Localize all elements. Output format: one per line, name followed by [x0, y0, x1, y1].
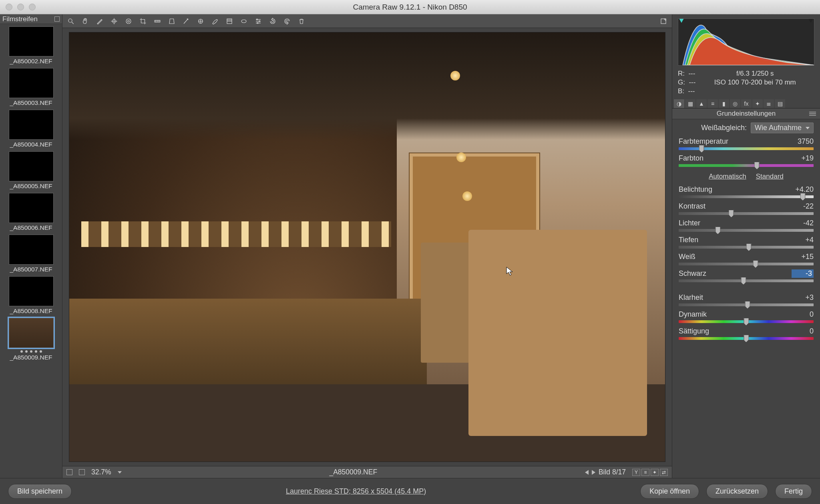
transform-tool-icon[interactable] — [167, 17, 176, 26]
titlebar: Camera Raw 9.12.1 - Nikon D850 — [0, 0, 820, 14]
target-adjust-icon[interactable] — [124, 17, 133, 26]
pager-text: Bild 8/17 — [599, 468, 626, 476]
panel-menu-icon[interactable] — [809, 112, 816, 116]
pager: Bild 8/17 — [585, 468, 626, 476]
prev-image-icon[interactable] — [585, 470, 589, 475]
crop-tool-icon[interactable] — [139, 17, 147, 26]
graduated-filter-icon[interactable] — [225, 17, 234, 26]
status-tool-3[interactable]: ✦ — [651, 469, 659, 476]
zoom-menu-icon[interactable] — [118, 471, 122, 474]
slider-blacks[interactable]: Schwarz-3 — [679, 269, 814, 282]
tab-fx-icon[interactable]: fx — [741, 99, 752, 108]
svg-rect-24 — [661, 19, 666, 24]
rotate-cw-icon[interactable] — [283, 17, 291, 26]
image-preview[interactable] — [69, 32, 665, 462]
done-button[interactable]: Fertig — [775, 484, 812, 499]
center-area: 32.7% _A850009.NEF Bild 8/17 Y ≡ ✦ ⇄ — [62, 14, 672, 478]
rgb-readout: R: --- G: --- B: --- — [678, 70, 695, 95]
save-image-button[interactable]: Bild speichern — [8, 484, 72, 499]
panel-tabs: ◑ ▦ ▲ ≡ ▮ ◎ fx ✦ ≣ ▤ — [672, 98, 820, 108]
right-panel: R: --- G: --- B: --- f/6.3 1/250 s ISO 1… — [672, 14, 820, 478]
tab-snapshots-icon[interactable]: ▤ — [775, 99, 785, 108]
view-toggle-1[interactable] — [66, 469, 72, 475]
thumb-label: _A850007.NEF — [10, 266, 52, 273]
hand-tool-icon[interactable] — [81, 17, 90, 26]
filmstrip-header: Filmstreifen — [0, 14, 62, 24]
tab-basic-icon[interactable]: ◑ — [674, 99, 684, 108]
thumbnail[interactable]: _A850007.NEF — [2, 235, 60, 273]
svg-line-1 — [72, 22, 74, 24]
tab-curve-icon[interactable]: ▦ — [685, 99, 695, 108]
fullscreen-icon[interactable] — [659, 17, 668, 26]
rotate-ccw-icon[interactable] — [268, 17, 277, 26]
window-title: Camera Raw 9.12.1 - Nikon D850 — [0, 3, 820, 12]
thumb-label: _A850005.NEF — [10, 183, 52, 190]
wb-label: Weißabgleich: — [701, 124, 747, 132]
thumbnail[interactable]: _A850002.NEF — [2, 26, 60, 65]
straighten-tool-icon[interactable] — [153, 17, 162, 26]
slider-exposure[interactable]: Belichtung+4.20 — [679, 185, 814, 198]
slider-temperature[interactable]: Farbtemperatur3750 — [679, 137, 814, 150]
slider-contrast[interactable]: Kontrast-22 — [679, 202, 814, 215]
thumb-label: _A850006.NEF — [10, 224, 52, 231]
slider-highlights[interactable]: Lichter-42 — [679, 219, 814, 232]
thumbnail[interactable]: _A850005.NEF — [2, 151, 60, 190]
preferences-icon[interactable] — [254, 17, 263, 26]
view-toggle-2[interactable] — [79, 469, 85, 475]
zoom-level[interactable]: 32.7% — [91, 468, 111, 476]
thumbnail[interactable]: _A850008.NEF — [2, 276, 60, 315]
app-root: Camera Raw 9.12.1 - Nikon D850 Filmstrei… — [0, 0, 820, 504]
slider-whites[interactable]: Weiß+15 — [679, 253, 814, 265]
adjustment-brush-icon[interactable] — [211, 17, 219, 26]
tab-presets-icon[interactable]: ≣ — [764, 99, 774, 108]
wb-tool-icon[interactable] — [95, 17, 104, 26]
tab-hsl-icon[interactable]: ≡ — [707, 99, 718, 108]
reset-button[interactable]: Zurücksetzen — [706, 484, 768, 499]
open-copy-button[interactable]: Kopie öffnen — [640, 484, 699, 499]
auto-link[interactable]: Automatisch — [709, 173, 746, 181]
status-tool-1[interactable]: Y — [632, 469, 640, 476]
zoom-tool-icon[interactable] — [66, 17, 75, 26]
highlight-clip-icon[interactable] — [808, 18, 813, 23]
thumbnail[interactable]: _A850006.NEF — [2, 193, 60, 231]
slider-saturation[interactable]: Sättigung0 — [679, 327, 814, 340]
thumbnail[interactable]: _A850009.NEF — [2, 318, 60, 361]
svg-point-17 — [241, 20, 246, 23]
slider-shadows[interactable]: Tiefen+4 — [679, 236, 814, 249]
filmstrip-menu-icon[interactable] — [54, 16, 60, 22]
shadow-clip-icon[interactable] — [679, 18, 684, 23]
default-link[interactable]: Standard — [756, 173, 784, 181]
thumb-label: _A850008.NEF — [10, 307, 52, 315]
next-image-icon[interactable] — [592, 470, 595, 475]
spot-removal-icon[interactable] — [182, 17, 191, 26]
trash-icon[interactable] — [297, 17, 306, 26]
histogram[interactable] — [678, 18, 814, 66]
svg-point-5 — [128, 20, 130, 22]
redeye-tool-icon[interactable] — [196, 17, 205, 26]
filmstrip-title: Filmstreifen — [2, 15, 38, 23]
thumbnail[interactable]: _A850004.NEF — [2, 110, 60, 148]
exif-readout: f/6.3 1/250 s ISO 100 70-200 bei 70 mm — [695, 70, 814, 95]
thumb-label: _A850009.NEF — [10, 354, 52, 361]
slider-tint[interactable]: Farbton+19 — [679, 154, 814, 167]
radial-filter-icon[interactable] — [239, 17, 248, 26]
slider-clarity[interactable]: Klarheit+3 — [679, 293, 814, 306]
tab-detail-icon[interactable]: ▲ — [696, 99, 707, 108]
status-tool-2[interactable]: ≡ — [641, 469, 649, 476]
wb-dropdown[interactable]: Wie Aufnahme — [751, 122, 814, 133]
thumbnail[interactable]: _A850003.NEF — [2, 68, 60, 106]
workflow-options-link[interactable]: Laurenc Riese STD; 8256 x 5504 (45.4 MP) — [72, 487, 640, 496]
thumb-label: _A850003.NEF — [10, 99, 52, 106]
tab-split-icon[interactable]: ▮ — [719, 99, 729, 108]
status-tool-4[interactable]: ⇄ — [660, 469, 668, 476]
thumb-rating[interactable] — [20, 350, 42, 353]
tab-camera-icon[interactable]: ✦ — [752, 99, 763, 108]
color-sampler-icon[interactable] — [110, 17, 119, 26]
panel-header: Grundeinstellungen — [672, 108, 820, 119]
tab-lens-icon[interactable]: ◎ — [730, 99, 740, 108]
panel-title: Grundeinstellungen — [717, 110, 776, 118]
thumb-label: _A850002.NEF — [10, 58, 52, 65]
status-bar: 32.7% _A850009.NEF Bild 8/17 Y ≡ ✦ ⇄ — [62, 466, 672, 478]
top-toolbar — [62, 14, 672, 28]
slider-vibrance[interactable]: Dynamik0 — [679, 310, 814, 323]
